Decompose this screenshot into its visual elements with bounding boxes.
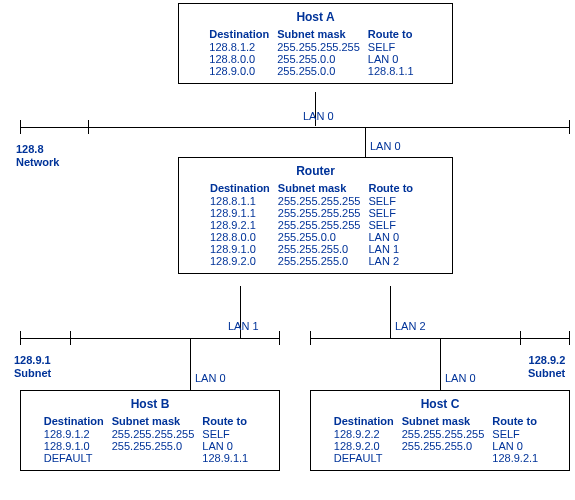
col-destination: Destination (209, 28, 277, 41)
lan-label: LAN 1 (228, 320, 259, 332)
subnet-label: 128.9.1 Subnet (14, 354, 51, 380)
table-row: 128.9.2.2255.255.255.255SELF (334, 428, 546, 440)
col-route-to: Route to (368, 28, 422, 41)
table-row: 128.9.2.0255.255.255.0LAN 2 (210, 255, 421, 267)
host-b-box: Host B Destination Subnet mask Route to … (20, 390, 280, 471)
table-row: DEFAULT128.9.2.1 (334, 452, 546, 464)
bus-tick (569, 120, 570, 134)
col-destination: Destination (334, 415, 402, 428)
table-row: 128.9.2.0255.255.255.0LAN 0 (334, 440, 546, 452)
col-subnet-mask: Subnet mask (402, 415, 493, 428)
bus-tick (88, 120, 89, 134)
host-c-title: Host C (321, 397, 559, 411)
router-title: Router (189, 164, 442, 178)
col-route-to: Route to (492, 415, 546, 428)
col-subnet-mask: Subnet mask (278, 182, 369, 195)
table-header-row: Destination Subnet mask Route to (44, 415, 256, 428)
connector-line (440, 339, 441, 391)
bus-tick (20, 120, 21, 134)
col-route-to: Route to (202, 415, 256, 428)
host-c-table: Destination Subnet mask Route to 128.9.2… (334, 415, 546, 464)
host-a-title: Host A (189, 10, 442, 24)
table-row: 128.9.2.1255.255.255.255SELF (210, 219, 421, 231)
bus-tick (70, 331, 71, 345)
table-row: 128.8.1.1255.255.255.255SELF (210, 195, 421, 207)
connector-line (365, 128, 366, 158)
col-route-to: Route to (368, 182, 421, 195)
connector-line (390, 286, 391, 338)
bus-tick (279, 331, 280, 345)
bus-tick (520, 331, 521, 345)
router-table: Destination Subnet mask Route to 128.8.1… (210, 182, 421, 267)
connector-line (190, 339, 191, 391)
subnet-label: 128.9.2 Subnet (528, 354, 565, 380)
lan-label: LAN 0 (195, 372, 226, 384)
col-subnet-mask: Subnet mask (277, 28, 368, 41)
host-a-box: Host A Destination Subnet mask Route to … (178, 3, 453, 84)
lan-label: LAN 0 (445, 372, 476, 384)
bus-tick (569, 331, 570, 345)
bus-tick (20, 331, 21, 345)
table-row: 128.9.1.0255.255.255.0LAN 0 (44, 440, 256, 452)
lan-label: LAN 2 (395, 320, 426, 332)
table-row: 128.9.1.2255.255.255.255SELF (44, 428, 256, 440)
table-header-row: Destination Subnet mask Route to (334, 415, 546, 428)
table-row: 128.8.0.0255.255.0.0LAN 0 (210, 231, 421, 243)
host-a-table: Destination Subnet mask Route to 128.8.1… (209, 28, 421, 77)
table-row: 128.9.0.0255.255.0.0128.8.1.1 (209, 65, 421, 77)
table-row: 128.8.0.0255.255.0.0LAN 0 (209, 53, 421, 65)
host-c-box: Host C Destination Subnet mask Route to … (310, 390, 570, 471)
col-destination: Destination (44, 415, 112, 428)
bus-tick (310, 331, 311, 345)
bus-line (20, 338, 280, 339)
table-row: 128.9.1.0255.255.255.0LAN 1 (210, 243, 421, 255)
router-box: Router Destination Subnet mask Route to … (178, 157, 453, 274)
host-b-table: Destination Subnet mask Route to 128.9.1… (44, 415, 256, 464)
col-subnet-mask: Subnet mask (112, 415, 203, 428)
bus-line (20, 127, 570, 128)
table-header-row: Destination Subnet mask Route to (209, 28, 421, 41)
table-row: DEFAULT128.9.1.1 (44, 452, 256, 464)
network-label: 128.8 Network (16, 143, 59, 169)
table-header-row: Destination Subnet mask Route to (210, 182, 421, 195)
lan-label: LAN 0 (303, 110, 334, 122)
table-row: 128.9.1.1255.255.255.255SELF (210, 207, 421, 219)
table-row: 128.8.1.2255.255.255.255SELF (209, 41, 421, 53)
host-b-title: Host B (31, 397, 269, 411)
lan-label: LAN 0 (370, 140, 401, 152)
col-destination: Destination (210, 182, 278, 195)
